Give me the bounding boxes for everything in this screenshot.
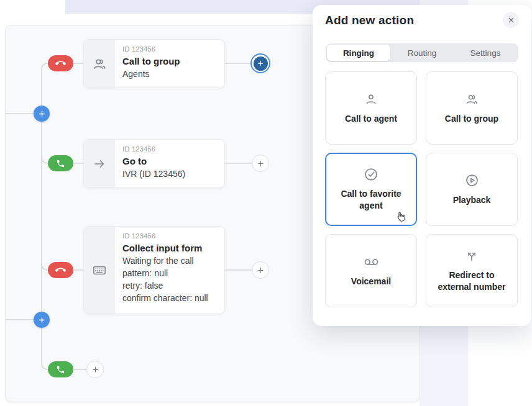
call-end-branch-badge bbox=[48, 262, 73, 278]
arrow-right-icon bbox=[84, 140, 115, 187]
plus-icon bbox=[38, 316, 46, 324]
action-card-label: Voicemail bbox=[351, 276, 391, 287]
node-detail-line: Agents bbox=[122, 68, 180, 80]
flow-node-call-to-group[interactable]: ID 123456 Call to group Agents bbox=[83, 39, 225, 88]
action-card-grid: Call to agent Call to group bbox=[325, 71, 519, 307]
node-detail-line: IVR (ID 123456) bbox=[122, 168, 185, 180]
action-card-voicemail[interactable]: Voicemail bbox=[325, 234, 417, 307]
add-branch-button[interactable] bbox=[34, 312, 50, 328]
tab-routing[interactable]: Routing bbox=[390, 45, 454, 61]
plus-icon bbox=[257, 160, 265, 168]
add-action-button[interactable] bbox=[252, 261, 269, 279]
node-id-label: ID 123456 bbox=[122, 232, 208, 240]
call-branch-badge bbox=[48, 155, 73, 171]
node-detail-line: pattern: null bbox=[122, 267, 208, 279]
plus-icon bbox=[91, 366, 99, 374]
add-action-button[interactable] bbox=[86, 361, 104, 378]
action-card-label: Redirect to external number bbox=[434, 269, 509, 293]
add-branch-button[interactable] bbox=[34, 106, 50, 122]
check-circle-icon bbox=[363, 167, 379, 182]
people-icon bbox=[464, 92, 480, 107]
keyboard-icon bbox=[84, 227, 115, 314]
split-arrow-icon bbox=[464, 248, 479, 263]
node-id-label: ID 123456 bbox=[122, 45, 180, 53]
action-category-tabs: Ringing Routing Settings bbox=[326, 43, 518, 62]
node-detail-line: confirm character: null bbox=[122, 292, 208, 304]
call-icon bbox=[56, 159, 65, 168]
node-title: Go to bbox=[122, 155, 185, 168]
call-icon bbox=[56, 365, 65, 374]
action-card-redirect-to-external-number[interactable]: Redirect to external number bbox=[426, 234, 518, 307]
plus-icon bbox=[254, 56, 268, 71]
people-icon bbox=[84, 40, 115, 88]
flow-node-go-to[interactable]: ID 123456 Go to IVR (ID 123456) bbox=[83, 139, 225, 188]
person-icon bbox=[364, 92, 378, 107]
action-card-call-to-group[interactable]: Call to group bbox=[426, 71, 518, 145]
node-title: Call to group bbox=[122, 55, 180, 68]
plus-icon bbox=[38, 110, 46, 118]
action-card-label: Call to group bbox=[445, 113, 498, 125]
tab-settings[interactable]: Settings bbox=[454, 45, 517, 61]
action-card-label: Playback bbox=[453, 194, 491, 206]
panel-title: Add new action bbox=[325, 14, 414, 27]
call-flow-builder: ID 123456 Call to group Agents ID 123456… bbox=[0, 0, 532, 406]
call-end-icon bbox=[55, 265, 66, 276]
node-title: Collect input form bbox=[122, 242, 208, 255]
call-end-icon bbox=[55, 58, 66, 69]
plus-icon bbox=[257, 266, 265, 274]
add-new-action-panel: Add new action Ringing Routing Settings … bbox=[313, 5, 531, 326]
add-action-button-active[interactable] bbox=[250, 53, 270, 73]
call-branch-badge bbox=[48, 361, 73, 377]
flow-node-collect-input-form[interactable]: ID 123456 Collect input form Waiting for… bbox=[83, 226, 225, 314]
close-icon bbox=[507, 16, 515, 24]
call-end-branch-badge bbox=[48, 55, 73, 71]
node-detail-line: Waiting for the call bbox=[122, 255, 208, 267]
node-id-label: ID 123456 bbox=[122, 145, 185, 153]
action-card-playback[interactable]: Playback bbox=[426, 153, 518, 226]
action-card-call-to-favorite-agent[interactable]: Call to favorite agent bbox=[325, 153, 417, 226]
voicemail-icon bbox=[363, 255, 380, 269]
action-card-label: Call to agent bbox=[345, 113, 397, 125]
node-detail-line: retry: false bbox=[122, 279, 208, 292]
play-circle-icon bbox=[464, 173, 480, 188]
add-action-button[interactable] bbox=[252, 155, 269, 172]
action-card-call-to-agent[interactable]: Call to agent bbox=[325, 71, 417, 145]
action-card-label: Call to favorite agent bbox=[334, 188, 408, 212]
close-button[interactable] bbox=[503, 12, 519, 28]
tab-ringing[interactable]: Ringing bbox=[327, 45, 390, 61]
